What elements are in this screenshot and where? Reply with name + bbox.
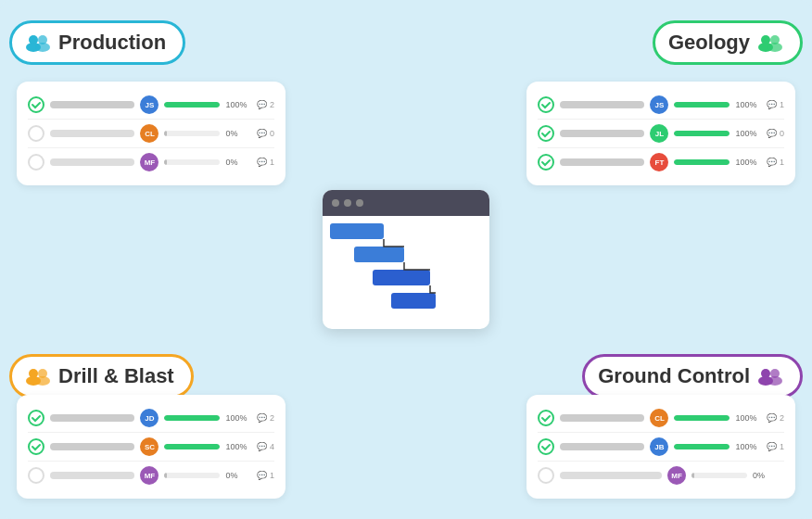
task-label-bar: [560, 101, 644, 108]
task-label-bar: [50, 472, 134, 479]
check-icon: [28, 96, 44, 113]
task-label-bar: [560, 443, 644, 450]
task-label-bar: [560, 158, 644, 166]
svg-point-3: [35, 43, 50, 52]
comment-badge: 💬 0: [257, 129, 274, 138]
ground-control-icon: [757, 365, 783, 387]
table-row: JS 100% 💬 1: [538, 91, 784, 120]
avatar: CL: [650, 409, 668, 427]
comment-badge: 💬 1: [767, 100, 784, 109]
svg-point-6: [29, 155, 44, 170]
progress-bar: [164, 473, 220, 478]
ground-control-card: CL 100% 💬 2 JB 100% 💬 1 MF 0%: [527, 395, 795, 499]
comment-badge: 💬 4: [257, 442, 274, 451]
avatar: MF: [667, 466, 686, 485]
avatar: JS: [650, 95, 668, 114]
comment-badge: 💬 1: [257, 158, 274, 167]
svg-point-20: [29, 468, 44, 483]
table-row: MF 0% 💬 1: [28, 462, 274, 489]
avatar: FT: [650, 153, 668, 171]
progress-bar: [674, 159, 730, 165]
progress-bar: [674, 444, 730, 449]
comment-badge: 💬 2: [767, 413, 784, 423]
progress-bar: [691, 473, 747, 478]
geology-card: JS 100% 💬 1 JL 100% 💬 0 FT 100% 💬 1: [527, 82, 795, 185]
task-label-bar: [560, 472, 662, 479]
task-label-bar: [560, 414, 644, 422]
svg-point-11: [539, 97, 553, 112]
gantt-bar: [354, 247, 404, 262]
avatar: JL: [650, 124, 668, 143]
table-row: CL 0% 💬 0: [28, 120, 274, 148]
production-icon: [25, 32, 51, 54]
table-row: MF 0% 💬 1: [28, 148, 274, 176]
uncheck-icon: [28, 467, 44, 484]
window-dot: [332, 199, 339, 207]
table-row: SC 100% 💬 4: [28, 433, 274, 462]
avatar: CL: [140, 124, 159, 143]
progress-bar: [674, 415, 730, 421]
task-label-bar: [50, 130, 134, 137]
svg-point-27: [539, 468, 553, 483]
avatar: SC: [140, 437, 159, 456]
svg-point-5: [29, 126, 44, 141]
svg-point-17: [35, 376, 50, 386]
check-icon: [538, 438, 554, 455]
drill-blast-icon: [25, 365, 51, 387]
task-label-bar: [50, 101, 134, 108]
comment-badge: 💬 2: [257, 413, 274, 423]
avatar: JD: [140, 409, 159, 427]
gantt-titlebar: [323, 190, 489, 216]
comment-badge: 💬 1: [257, 471, 274, 480]
progress-bar: [164, 131, 220, 136]
uncheck-icon: [538, 467, 554, 484]
table-row: JB 100% 💬 1: [538, 433, 784, 462]
svg-point-4: [29, 97, 44, 112]
svg-point-10: [768, 43, 782, 52]
svg-point-24: [768, 376, 782, 386]
progress-bar: [164, 159, 220, 165]
window-dot: [356, 199, 363, 207]
task-label-bar: [50, 414, 134, 422]
gantt-chart: [323, 190, 489, 329]
avatar: JS: [140, 95, 159, 114]
comment-badge: 💬 1: [767, 442, 784, 451]
svg-point-12: [539, 126, 553, 141]
svg-point-25: [539, 411, 553, 425]
avatar: MF: [140, 466, 159, 485]
task-label-bar: [50, 443, 134, 450]
geology-icon: [757, 32, 783, 54]
progress-bar: [164, 415, 220, 421]
gantt-bar: [330, 223, 384, 239]
main-container: Production JS 100% 💬 2 CL 0% 💬 0 MF 0% 💬…: [0, 0, 812, 519]
svg-point-13: [539, 155, 553, 170]
window-dot: [344, 199, 351, 207]
check-icon: [538, 154, 554, 171]
drill-blast-label: Drill & Blast: [9, 354, 194, 399]
svg-point-18: [29, 411, 44, 425]
check-icon: [28, 438, 44, 455]
avatar: JB: [650, 437, 668, 456]
progress-bar: [164, 102, 220, 108]
comment-badge: 💬 1: [767, 158, 784, 167]
check-icon: [538, 125, 554, 142]
progress-bar: [674, 131, 730, 136]
check-icon: [538, 96, 554, 113]
table-row: CL 100% 💬 2: [538, 404, 784, 433]
table-row: JL 100% 💬 0: [538, 120, 784, 148]
ground-control-label: Ground Control: [582, 354, 803, 399]
table-row: FT 100% 💬 1: [538, 148, 784, 176]
gantt-bar: [391, 293, 436, 309]
production-card: JS 100% 💬 2 CL 0% 💬 0 MF 0% 💬 1: [17, 82, 285, 185]
comment-badge: 💬 0: [767, 129, 784, 138]
check-icon: [28, 410, 44, 426]
table-row: JS 100% 💬 2: [28, 91, 274, 120]
table-row: JD 100% 💬 2: [28, 404, 274, 433]
progress-bar: [164, 444, 220, 449]
comment-badge: 💬 2: [257, 100, 274, 109]
task-label-bar: [560, 130, 644, 137]
check-icon: [538, 410, 554, 426]
table-row: MF 0%: [538, 462, 784, 489]
task-label-bar: [50, 158, 134, 166]
svg-point-19: [29, 439, 44, 454]
